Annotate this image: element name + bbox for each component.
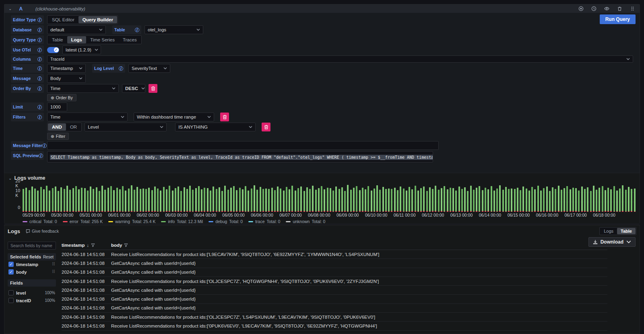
history-icon[interactable] [590, 6, 597, 12]
drag-handle-icon[interactable]: ⠿ [52, 269, 55, 275]
info-icon[interactable]: i [37, 115, 42, 119]
columns-multiselect[interactable]: TraceId [47, 55, 633, 63]
query-type-traces[interactable]: Traces [119, 36, 141, 43]
filter2-operator-select[interactable]: IS ANYTHING [175, 123, 256, 131]
use-otel-toggle[interactable]: ✓ [47, 47, 59, 53]
duplicate-icon[interactable] [578, 6, 584, 12]
info-icon[interactable]: i [37, 18, 42, 22]
legend-item-critical[interactable]: criticalTotal: 0 [23, 219, 57, 224]
checkbox-checked[interactable]: ✓ [8, 269, 14, 275]
selected-fields-list: ✓timestamp⠿✓body⠿ [8, 260, 56, 276]
drag-handle-icon[interactable]: ⠿ [52, 262, 55, 267]
filter-op-or[interactable]: OR [66, 123, 81, 131]
message-label: Messagei [11, 74, 44, 83]
checkbox-unchecked[interactable] [8, 290, 14, 295]
query-type-logs[interactable]: Logs [67, 36, 86, 43]
sql-preview-box[interactable]: SELECT Timestamp as timestamp, Body as b… [47, 151, 433, 162]
query-type-table[interactable]: Table [48, 36, 67, 43]
info-icon[interactable]: i [37, 38, 42, 42]
filter-op-and[interactable]: AND [48, 123, 66, 131]
download-button[interactable]: Download [588, 237, 636, 247]
editor-type-sql[interactable]: SQL Editor [48, 16, 78, 23]
checkbox-unchecked[interactable] [8, 298, 14, 303]
drag-handle-icon[interactable] [629, 6, 636, 12]
add-order-by-button[interactable]: ⊕ Order By [47, 94, 76, 101]
info-icon[interactable]: i [37, 57, 42, 61]
table-row[interactable]: 2024-06-18 14:51:08Receive ListRecommend… [62, 313, 607, 322]
legend-item-unknown[interactable]: unknownTotal: 0 [286, 219, 325, 224]
message-filter-input[interactable] [47, 141, 439, 150]
otel-version-select[interactable]: latest (1.2.9) [62, 45, 101, 54]
plus-circle-icon: ⊕ [51, 134, 54, 139]
sort-desc-icon[interactable]: ↓ [87, 243, 89, 248]
table-row[interactable]: 2024-06-18 14:51:08GetCartAsync called w… [62, 259, 607, 268]
filter-funnel-icon[interactable] [124, 243, 128, 247]
limit-label: Limiti [11, 102, 44, 111]
filter1-field-select[interactable]: Time [47, 113, 128, 121]
filter2-field-select[interactable]: Level [85, 123, 167, 131]
collapse-query-icon[interactable]: ⌄ [8, 6, 12, 11]
legend-item-debug[interactable]: debugTotal: 0 [208, 219, 243, 224]
query-type-group: Table Logs Time Series Traces [47, 35, 142, 44]
info-icon[interactable]: i [37, 66, 42, 71]
give-feedback-link[interactable]: Give feedback [26, 229, 59, 234]
database-label: Databasei [11, 25, 44, 34]
search-fields-input[interactable] [8, 242, 56, 250]
volume-bar [280, 189, 281, 212]
legend-label: debug [215, 219, 227, 224]
view-logs-option[interactable]: Logs [600, 228, 617, 234]
volume-bar [531, 187, 533, 212]
table-row[interactable]: 2024-06-18 14:51:08Receive ListRecommend… [62, 250, 607, 259]
query-type-timeseries[interactable]: Time Series [86, 36, 119, 43]
info-icon[interactable]: i [135, 28, 139, 32]
checkbox-checked[interactable]: ✓ [8, 262, 14, 267]
table-row[interactable]: 2024-06-18 14:51:08GetCartAsync called w… [62, 295, 607, 303]
order-by-field-select[interactable]: Time [47, 84, 119, 93]
info-icon[interactable]: i [37, 48, 42, 52]
table-row[interactable]: 2024-06-18 14:51:08Receive ListRecommend… [62, 322, 607, 330]
table-row[interactable]: 2024-06-18 14:51:08Receive ListRecommend… [62, 277, 607, 286]
trash-icon[interactable] [616, 6, 623, 12]
volume-bar [558, 186, 559, 212]
logs-volume-title[interactable]: ⌄ Logs volume [4, 173, 640, 183]
legend-item-trace[interactable]: traceTotal: 0 [248, 219, 280, 224]
collapse-panel-icon[interactable]: ⌄ [8, 176, 12, 180]
order-by-direction-select[interactable]: DESC [122, 84, 145, 93]
limit-input[interactable] [47, 102, 67, 111]
remove-filter2-button[interactable] [262, 123, 270, 131]
legend-item-warning[interactable]: warningTotal: 25.4 K [108, 219, 155, 224]
info-icon[interactable]: i [39, 154, 43, 158]
table-row[interactable]: 2024-06-18 14:51:08GetCartAsync called w… [62, 304, 607, 313]
info-icon[interactable]: i [42, 143, 47, 148]
editor-type-builder[interactable]: Query Builder [78, 16, 117, 23]
message-column-select[interactable]: Body [47, 74, 86, 83]
database-select[interactable]: default [47, 25, 106, 34]
legend-item-error[interactable]: errorTotal: 255 K [63, 219, 103, 224]
datasource-name: (clickhouse-observability) [35, 6, 85, 11]
info-icon[interactable]: i [37, 86, 42, 91]
add-filter-button[interactable]: ⊕ Filter [47, 133, 69, 140]
log-level-select[interactable]: SeverityText [128, 64, 170, 73]
eye-icon[interactable] [603, 6, 610, 12]
run-query-button[interactable]: Run Query [600, 14, 636, 24]
body-column-header[interactable]: body [111, 243, 128, 248]
filter1-operator-select[interactable]: Within dashboard time range [134, 113, 214, 121]
download-icon [593, 240, 598, 244]
remove-filter1-button[interactable] [220, 113, 229, 121]
legend-color-icon [23, 221, 27, 222]
timestamp-column-header[interactable]: timestamp ↓ [62, 243, 111, 248]
volume-bar [318, 188, 320, 212]
reset-fields-link[interactable]: Reset [43, 255, 54, 259]
view-table-option[interactable]: Table [617, 228, 636, 234]
table-select[interactable]: otel_logs [144, 25, 203, 34]
table-row[interactable]: 2024-06-18 14:51:08GetCartAsync called w… [62, 268, 607, 277]
legend-item-info[interactable]: infoTotal: 12.3 Mil [161, 219, 203, 224]
info-icon[interactable]: i [119, 66, 123, 71]
table-row[interactable]: 2024-06-18 14:51:08GetCartAsync called w… [62, 286, 607, 295]
filter-funnel-icon[interactable] [91, 243, 95, 247]
info-icon[interactable]: i [37, 28, 42, 32]
info-icon[interactable]: i [37, 76, 42, 81]
info-icon[interactable]: i [37, 105, 42, 109]
remove-order-by-button[interactable] [149, 84, 157, 93]
time-column-select[interactable]: Timestamp [47, 64, 86, 73]
